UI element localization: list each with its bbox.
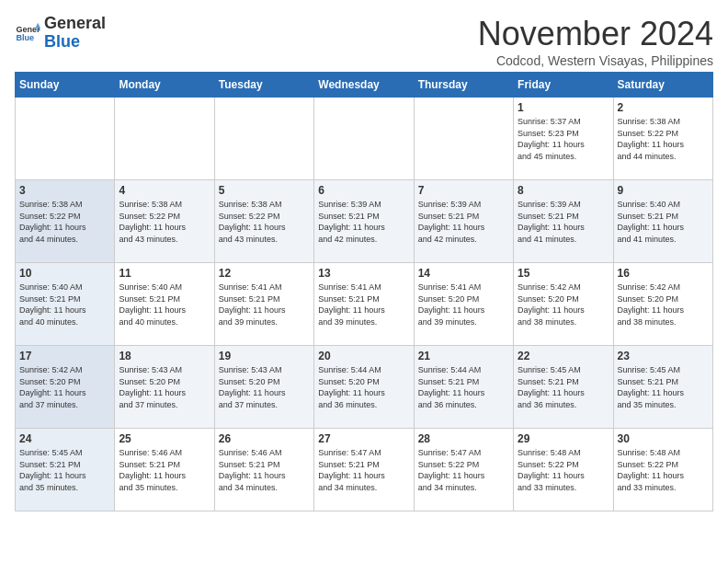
- header-thursday: Thursday: [414, 73, 513, 98]
- calendar-cell: 24Sunrise: 5:45 AM Sunset: 5:21 PM Dayli…: [16, 429, 115, 511]
- day-number: 6: [318, 184, 409, 197]
- day-number: 13: [318, 267, 409, 280]
- day-number: 17: [19, 350, 110, 362]
- day-info: Sunrise: 5:38 AM Sunset: 5:22 PM Dayligh…: [618, 116, 709, 162]
- calendar-cell: 4Sunrise: 5:38 AM Sunset: 5:22 PM Daylig…: [115, 180, 214, 263]
- day-info: Sunrise: 5:41 AM Sunset: 5:20 PM Dayligh…: [418, 282, 509, 327]
- calendar-header-row: SundayMondayTuesdayWednesdayThursdayFrid…: [16, 73, 713, 98]
- day-number: 29: [518, 432, 609, 445]
- day-info: Sunrise: 5:46 AM Sunset: 5:21 PM Dayligh…: [119, 447, 210, 493]
- calendar-cell: [16, 98, 115, 180]
- calendar-cell: 3Sunrise: 5:38 AM Sunset: 5:22 PM Daylig…: [16, 180, 115, 263]
- day-info: Sunrise: 5:47 AM Sunset: 5:22 PM Dayligh…: [418, 447, 509, 493]
- calendar-cell: 8Sunrise: 5:39 AM Sunset: 5:21 PM Daylig…: [514, 180, 613, 263]
- location-subtitle: Codcod, Western Visayas, Philippines: [478, 53, 713, 68]
- day-info: Sunrise: 5:42 AM Sunset: 5:20 PM Dayligh…: [618, 282, 709, 327]
- day-number: 8: [518, 184, 609, 197]
- calendar-cell: 19Sunrise: 5:43 AM Sunset: 5:20 PM Dayli…: [214, 346, 313, 429]
- day-info: Sunrise: 5:47 AM Sunset: 5:21 PM Dayligh…: [318, 447, 409, 493]
- day-number: 4: [119, 184, 210, 197]
- calendar-week-row: 24Sunrise: 5:45 AM Sunset: 5:21 PM Dayli…: [16, 429, 713, 511]
- logo: General Blue General Blue: [15, 15, 106, 52]
- header-saturday: Saturday: [613, 73, 712, 98]
- day-number: 21: [418, 350, 509, 362]
- day-number: 19: [219, 350, 310, 362]
- calendar-cell: 30Sunrise: 5:48 AM Sunset: 5:22 PM Dayli…: [613, 429, 712, 511]
- calendar-cell: 9Sunrise: 5:40 AM Sunset: 5:21 PM Daylig…: [613, 180, 712, 263]
- day-info: Sunrise: 5:42 AM Sunset: 5:20 PM Dayligh…: [518, 282, 609, 327]
- day-info: Sunrise: 5:44 AM Sunset: 5:20 PM Dayligh…: [318, 364, 409, 410]
- day-number: 14: [418, 267, 509, 280]
- day-number: 1: [518, 101, 609, 114]
- header-friday: Friday: [514, 73, 613, 98]
- day-number: 10: [19, 267, 110, 280]
- calendar-cell: 23Sunrise: 5:45 AM Sunset: 5:21 PM Dayli…: [613, 346, 712, 429]
- calendar-cell: 1Sunrise: 5:37 AM Sunset: 5:23 PM Daylig…: [514, 98, 613, 180]
- calendar-cell: 15Sunrise: 5:42 AM Sunset: 5:20 PM Dayli…: [514, 263, 613, 346]
- header-sunday: Sunday: [16, 73, 115, 98]
- day-number: 28: [418, 432, 509, 445]
- calendar-cell: 13Sunrise: 5:41 AM Sunset: 5:21 PM Dayli…: [314, 263, 414, 346]
- calendar-cell: 20Sunrise: 5:44 AM Sunset: 5:20 PM Dayli…: [314, 346, 414, 429]
- day-info: Sunrise: 5:40 AM Sunset: 5:21 PM Dayligh…: [618, 199, 709, 245]
- day-info: Sunrise: 5:45 AM Sunset: 5:21 PM Dayligh…: [19, 447, 110, 493]
- day-number: 25: [119, 432, 210, 445]
- calendar-week-row: 10Sunrise: 5:40 AM Sunset: 5:21 PM Dayli…: [16, 263, 713, 346]
- day-info: Sunrise: 5:39 AM Sunset: 5:21 PM Dayligh…: [418, 199, 509, 245]
- header-wednesday: Wednesday: [314, 73, 414, 98]
- day-info: Sunrise: 5:41 AM Sunset: 5:21 PM Dayligh…: [318, 282, 409, 327]
- day-number: 22: [518, 350, 609, 362]
- day-info: Sunrise: 5:43 AM Sunset: 5:20 PM Dayligh…: [119, 364, 210, 410]
- calendar-cell: 10Sunrise: 5:40 AM Sunset: 5:21 PM Dayli…: [16, 263, 115, 346]
- month-year-title: November 2024: [478, 15, 713, 53]
- day-number: 3: [19, 184, 110, 197]
- title-block: November 2024 Codcod, Western Visayas, P…: [478, 15, 713, 68]
- day-info: Sunrise: 5:45 AM Sunset: 5:21 PM Dayligh…: [618, 364, 709, 410]
- day-info: Sunrise: 5:43 AM Sunset: 5:20 PM Dayligh…: [219, 364, 310, 410]
- day-number: 26: [219, 432, 310, 445]
- day-number: 20: [318, 350, 409, 362]
- calendar-cell: 14Sunrise: 5:41 AM Sunset: 5:20 PM Dayli…: [414, 263, 513, 346]
- calendar-cell: 11Sunrise: 5:40 AM Sunset: 5:21 PM Dayli…: [115, 263, 214, 346]
- day-info: Sunrise: 5:42 AM Sunset: 5:20 PM Dayligh…: [19, 364, 110, 410]
- header-tuesday: Tuesday: [214, 73, 313, 98]
- day-info: Sunrise: 5:38 AM Sunset: 5:22 PM Dayligh…: [219, 199, 310, 245]
- calendar-cell: [314, 98, 414, 180]
- calendar-cell: [214, 98, 313, 180]
- calendar-table: SundayMondayTuesdayWednesdayThursdayFrid…: [15, 72, 713, 511]
- calendar-cell: 16Sunrise: 5:42 AM Sunset: 5:20 PM Dayli…: [613, 263, 712, 346]
- calendar-cell: 6Sunrise: 5:39 AM Sunset: 5:21 PM Daylig…: [314, 180, 414, 263]
- day-info: Sunrise: 5:45 AM Sunset: 5:21 PM Dayligh…: [518, 364, 609, 410]
- calendar-week-row: 17Sunrise: 5:42 AM Sunset: 5:20 PM Dayli…: [16, 346, 713, 429]
- calendar-cell: 26Sunrise: 5:46 AM Sunset: 5:21 PM Dayli…: [214, 429, 313, 511]
- calendar-cell: 7Sunrise: 5:39 AM Sunset: 5:21 PM Daylig…: [414, 180, 513, 263]
- calendar-cell: 25Sunrise: 5:46 AM Sunset: 5:21 PM Dayli…: [115, 429, 214, 511]
- svg-text:Blue: Blue: [16, 33, 34, 42]
- calendar-week-row: 3Sunrise: 5:38 AM Sunset: 5:22 PM Daylig…: [16, 180, 713, 263]
- day-number: 9: [618, 184, 709, 197]
- day-number: 24: [19, 432, 110, 445]
- day-info: Sunrise: 5:48 AM Sunset: 5:22 PM Dayligh…: [518, 447, 609, 493]
- day-number: 12: [219, 267, 310, 280]
- day-number: 23: [618, 350, 709, 362]
- logo-text: General Blue: [44, 15, 106, 52]
- calendar-cell: [115, 98, 214, 180]
- calendar-cell: 18Sunrise: 5:43 AM Sunset: 5:20 PM Dayli…: [115, 346, 214, 429]
- day-number: 5: [219, 184, 310, 197]
- day-info: Sunrise: 5:40 AM Sunset: 5:21 PM Dayligh…: [19, 282, 110, 327]
- calendar-cell: 2Sunrise: 5:38 AM Sunset: 5:22 PM Daylig…: [613, 98, 712, 180]
- calendar-cell: 12Sunrise: 5:41 AM Sunset: 5:21 PM Dayli…: [214, 263, 313, 346]
- day-info: Sunrise: 5:44 AM Sunset: 5:21 PM Dayligh…: [418, 364, 509, 410]
- day-number: 30: [618, 432, 709, 445]
- day-number: 16: [618, 267, 709, 280]
- calendar-cell: [414, 98, 513, 180]
- calendar-cell: 22Sunrise: 5:45 AM Sunset: 5:21 PM Dayli…: [514, 346, 613, 429]
- day-info: Sunrise: 5:39 AM Sunset: 5:21 PM Dayligh…: [318, 199, 409, 245]
- calendar-cell: 17Sunrise: 5:42 AM Sunset: 5:20 PM Dayli…: [16, 346, 115, 429]
- calendar-cell: 29Sunrise: 5:48 AM Sunset: 5:22 PM Dayli…: [514, 429, 613, 511]
- day-info: Sunrise: 5:37 AM Sunset: 5:23 PM Dayligh…: [518, 116, 609, 162]
- header-monday: Monday: [115, 73, 214, 98]
- page-header: General Blue General Blue November 2024 …: [15, 15, 713, 68]
- day-info: Sunrise: 5:41 AM Sunset: 5:21 PM Dayligh…: [219, 282, 310, 327]
- day-number: 11: [119, 267, 210, 280]
